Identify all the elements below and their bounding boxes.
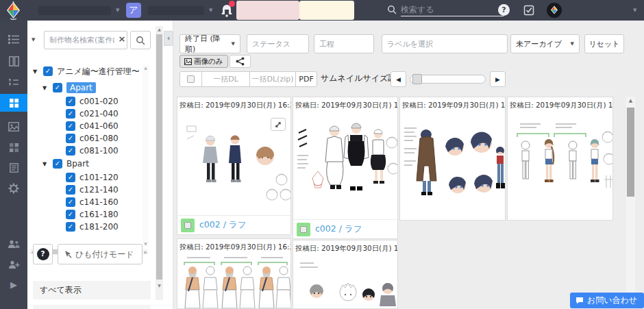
caret-down-icon[interactable]: ▼ <box>32 37 35 42</box>
checkbox-checked-icon[interactable]: ✓ <box>53 83 62 92</box>
checkbox-checked-icon[interactable]: ✓ <box>66 210 75 219</box>
caret-down-icon[interactable]: ▼ <box>633 0 636 21</box>
checkbox-unchecked-icon <box>187 75 195 83</box>
pdf-button[interactable]: PDF <box>295 71 317 87</box>
nav-thumbnails-icon[interactable] <box>0 94 27 112</box>
checkbox-checked-icon[interactable]: ✓ <box>66 109 75 119</box>
scroll-up-icon[interactable]: ▲ <box>143 65 149 70</box>
images-only-toggle[interactable]: 画像のみ <box>179 55 228 68</box>
caret-down-icon[interactable]: ▼ <box>33 69 43 75</box>
card-thumbnail[interactable] <box>293 256 397 308</box>
tree-search-button[interactable] <box>130 31 151 49</box>
nav-image-icon[interactable] <box>0 118 27 136</box>
collapse-panel-chevron[interactable]: ‹ <box>164 31 173 46</box>
tree-search-input[interactable] <box>44 31 127 49</box>
checkbox-checked-icon[interactable]: ✓ <box>66 97 75 106</box>
checkbox-checked-icon[interactable]: ✓ <box>66 146 75 156</box>
help-icon[interactable]: ? <box>498 4 510 16</box>
card-title-link[interactable]: c002 / ラフ <box>315 223 362 235</box>
checkbox-checked-icon[interactable]: ✓ <box>66 121 75 131</box>
card-thumbnail[interactable] <box>293 112 397 219</box>
nav-document-icon[interactable] <box>0 159 27 177</box>
sort-order-select[interactable]: 終了日 (降順) ▼ <box>179 34 240 53</box>
scroll-right-icon[interactable]: ▶ <box>144 249 147 255</box>
archive-filter-select[interactable]: 未アーカイブ ▼ <box>510 34 580 53</box>
tree-item-apart[interactable]: ▼ ✓ Apart <box>30 81 140 95</box>
global-search-input[interactable] <box>401 3 504 16</box>
tree-item-cut[interactable]: ✓ c061-080 <box>30 132 140 145</box>
thumbnail-larger-button[interactable]: ▶ <box>490 71 506 87</box>
scroll-down-icon[interactable]: ▼ <box>156 283 163 288</box>
thumbnail-smaller-button[interactable]: ◀ <box>391 71 406 87</box>
project-badge[interactable]: ア <box>126 3 141 18</box>
scroll-down-icon[interactable]: ▼ <box>143 241 149 246</box>
collapse-rail-play-icon[interactable]: ▶ <box>0 275 27 293</box>
bulk-download-button[interactable]: 一括DL <box>201 71 250 87</box>
tree-item-cut[interactable]: ✓ c101-120 <box>30 171 140 184</box>
checkbox-checked-icon[interactable]: ✓ <box>53 159 62 169</box>
panel-vertical-scrollbar[interactable]: ▲ ▼ <box>156 26 163 300</box>
app-logo-icon[interactable] <box>5 1 21 22</box>
link-mode-help-button[interactable]: ? <box>33 244 53 264</box>
card-status-tag[interactable] <box>181 219 195 232</box>
scroll-up-icon[interactable]: ▲ <box>156 27 163 32</box>
todo-check-icon[interactable] <box>523 5 534 18</box>
tree-item-cut[interactable]: ✓ c181-200 <box>30 221 140 233</box>
tree-item-cut[interactable]: ✓ c141-160 <box>30 196 140 208</box>
link-cursor-icon <box>64 250 72 258</box>
caret-down-icon[interactable]: ▼ <box>209 0 212 21</box>
card-title-link[interactable]: c002 / ラフ <box>199 219 246 231</box>
caret-down-icon[interactable]: ▼ <box>42 161 53 167</box>
settings-gear-icon[interactable] <box>0 180 27 197</box>
select-all-checkbox-button[interactable] <box>179 71 202 87</box>
checkbox-checked-icon[interactable]: ✓ <box>66 222 75 232</box>
nav-tasks-icon[interactable] <box>0 74 27 92</box>
tree-vertical-scrollbar[interactable]: ▲ ▼ <box>143 64 149 247</box>
show-all-item[interactable]: すべて表示 <box>33 281 151 299</box>
clear-search-icon[interactable]: × <box>116 34 127 46</box>
tree-item-cut[interactable]: ✓ c001-020 <box>30 95 140 108</box>
checkbox-checked-icon[interactable]: ✓ <box>66 197 75 207</box>
caret-down-icon[interactable]: ▼ <box>116 0 119 21</box>
card-thumbnail[interactable] <box>177 254 290 308</box>
card-status-tag[interactable] <box>297 223 310 236</box>
bulk-download-zip-button[interactable]: 一括DL(zip) <box>249 71 296 87</box>
checkbox-checked-icon[interactable]: ✓ <box>66 185 75 195</box>
share-button[interactable] <box>230 55 251 68</box>
nav-list-icon[interactable] <box>0 30 27 48</box>
reset-button[interactable]: リセット <box>584 34 624 53</box>
invite-user-plus-icon[interactable] <box>0 256 27 273</box>
user-avatar[interactable] <box>547 3 562 18</box>
nav-board-icon[interactable] <box>0 52 27 70</box>
slider-handle[interactable] <box>412 74 422 84</box>
members-users-icon[interactable] <box>0 235 27 253</box>
expand-icon[interactable] <box>271 118 286 131</box>
scrollbar-thumb[interactable] <box>156 34 162 280</box>
card-thumbnail[interactable] <box>508 112 612 220</box>
tree-item-root[interactable]: ▼ ✓ アニメ編〜進行管理〜 <box>30 64 140 79</box>
label-filter-input[interactable] <box>382 34 508 53</box>
nav-gallery-icon[interactable] <box>0 138 27 156</box>
checkbox-checked-icon[interactable]: ✓ <box>66 173 75 182</box>
checkbox-checked-icon[interactable]: ✓ <box>43 66 53 76</box>
thumbnail-size-slider[interactable] <box>410 75 486 84</box>
contact-button[interactable]: お問い合わせ <box>570 293 644 308</box>
tree-item-bpart[interactable]: ▼ ✓ Bpart <box>30 157 140 171</box>
tree-item-cut[interactable]: ✓ c161-180 <box>30 208 140 221</box>
card-posted-date: 投稿日: 2019年09月30日(月) 16:23 <box>508 97 612 112</box>
tree-item-cut[interactable]: ✓ c081-100 <box>30 145 140 157</box>
process-filter-input[interactable] <box>314 34 374 53</box>
tree-item-cut[interactable]: ✓ c121-140 <box>30 184 140 196</box>
status-filter-input[interactable] <box>247 34 309 53</box>
tree-item-cut[interactable]: ✓ c041-060 <box>30 120 140 132</box>
card-thumbnail[interactable] <box>400 112 505 220</box>
main-vertical-scrollbar[interactable]: ▲ ▼ <box>626 97 635 309</box>
checkbox-checked-icon[interactable]: ✓ <box>66 134 75 143</box>
scroll-up-icon[interactable]: ▲ <box>626 98 635 103</box>
link-mode-button[interactable]: ひも付けモード <box>58 244 143 264</box>
tree-item-cut[interactable]: ✓ c021-040 <box>30 108 140 120</box>
caret-down-icon[interactable]: ▼ <box>42 85 53 91</box>
link-mode-label: ひも付けモード <box>75 249 134 260</box>
card-thumbnail[interactable] <box>177 112 290 215</box>
scrollbar-thumb[interactable] <box>627 108 634 197</box>
